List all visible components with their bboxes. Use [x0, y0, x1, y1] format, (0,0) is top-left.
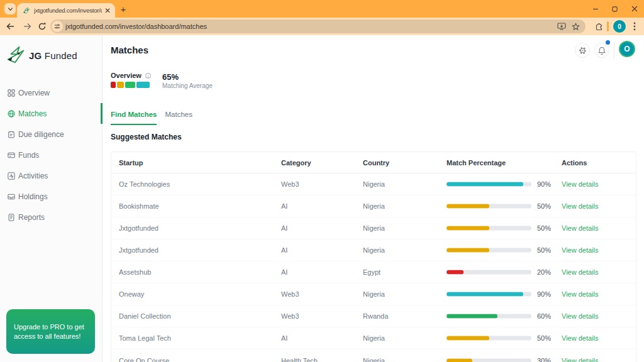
brand-bird-icon — [6, 45, 26, 65]
column-header-country: Country — [363, 159, 389, 167]
new-tab-button[interactable]: + — [118, 1, 128, 16]
header-separator — [614, 41, 614, 59]
cell-country: Nigeria — [363, 180, 385, 188]
view-details-link[interactable]: View details — [562, 357, 599, 362]
sidebar-item-label: Overview — [18, 89, 50, 97]
address-bar[interactable]: jxtgotfunded.com/investor/dashboard/matc… — [50, 19, 586, 33]
cell-startup: Toma Legal Tech — [119, 334, 171, 342]
sidebar-item-activities[interactable]: Activities — [0, 165, 102, 186]
tab-find-matches[interactable]: Find Matches — [111, 111, 157, 125]
match-bar-fill — [447, 314, 497, 319]
view-details-link[interactable]: View details — [562, 224, 599, 232]
cell-country: Rwanda — [363, 312, 388, 320]
upgrade-card[interactable]: Upgrade to PRO to get access to all feat… — [6, 309, 95, 354]
window-close-button[interactable] — [625, 0, 644, 18]
site-info-icon[interactable] — [52, 21, 63, 32]
menu-dots-icon[interactable] — [633, 22, 636, 31]
settings-button[interactable] — [575, 43, 590, 58]
page-title: Matches — [111, 45, 148, 55]
match-bar-fill — [447, 226, 489, 231]
report-icon — [8, 214, 15, 221]
user-avatar[interactable]: O — [619, 41, 635, 57]
matching-average-value: 65% — [162, 72, 179, 82]
brand-logo: JG Funded — [6, 45, 77, 65]
match-bar-track — [447, 182, 531, 187]
browser-toolbar: jxtgotfunded.com/investor/dashboard/matc… — [0, 18, 644, 35]
table-row: Oz TechnologiesWeb3Nigeria90%View detail… — [111, 173, 636, 195]
cell-category: Web3 — [281, 180, 299, 188]
matching-average-caption: Matching Average — [162, 82, 213, 89]
url-text[interactable]: jxtgotfunded.com/investor/dashboard/matc… — [65, 23, 557, 30]
cell-startup: Bookishmate — [119, 202, 159, 210]
cell-percent: 50% — [537, 202, 551, 210]
info-icon[interactable]: i — [145, 73, 151, 79]
overview-segment-0 — [111, 82, 116, 88]
sidebar-item-label: Holdings — [18, 192, 48, 201]
cell-startup: Oz Technologies — [119, 180, 170, 188]
cell-percent: 50% — [537, 246, 551, 254]
cell-startup: Jxtgotfunded — [119, 224, 158, 232]
tab-matches[interactable]: Matches — [165, 111, 192, 125]
match-bar-track — [447, 226, 531, 231]
cell-percent: 30% — [537, 357, 551, 362]
cell-country: Nigeria — [363, 202, 385, 210]
table-row: Daniel CollectionWeb3Rwanda60%View detai… — [111, 305, 636, 327]
table-row: OnewayWeb3Nigeria90%View details — [111, 283, 636, 305]
cell-percent: 60% — [537, 312, 551, 320]
send-to-device-icon[interactable] — [557, 23, 566, 30]
view-details-link[interactable]: View details — [562, 290, 599, 298]
reload-icon[interactable] — [38, 22, 47, 31]
browser-tab[interactable]: jxtgotfunded.com/investor/das ✕ — [17, 3, 115, 18]
sidebar-item-due-diligence[interactable]: Due diligence — [0, 124, 102, 145]
cell-country: Nigeria — [363, 290, 385, 298]
table-row: BookishmateAINigeria50%View details — [111, 195, 636, 217]
tab-title: jxtgotfunded.com/investor/das — [34, 7, 102, 14]
cell-startup: Core On Course — [119, 357, 169, 362]
match-bar-track — [447, 336, 531, 341]
view-details-link[interactable]: View details — [562, 334, 599, 342]
match-bar-fill — [447, 182, 523, 187]
table-row: JxtgotfundedAINigeria50%View details — [111, 239, 636, 261]
cell-category: Web3 — [281, 312, 299, 320]
cell-category: AI — [281, 224, 287, 232]
sidebar-item-label: Funds — [18, 151, 39, 160]
notifications-button[interactable] — [594, 43, 609, 58]
cell-category: AI — [281, 202, 287, 210]
table-row: JxtgotfundedAINigeria50%View details — [111, 217, 636, 239]
sidebar-item-matches[interactable]: Matches — [0, 103, 102, 124]
overview-label: Overview — [111, 72, 142, 79]
cell-category: AI — [281, 246, 287, 254]
back-icon[interactable] — [6, 22, 15, 31]
view-details-link[interactable]: View details — [562, 180, 599, 188]
sidebar-item-holdings[interactable]: Holdings — [0, 186, 102, 207]
extensions-icon[interactable] — [594, 22, 603, 31]
forward-icon[interactable] — [23, 22, 31, 31]
table-row: Toma Legal TechAINigeria50%View details — [111, 327, 636, 349]
column-header-match-percentage: Match Percentage — [447, 159, 506, 167]
match-bar-fill — [447, 204, 489, 209]
notification-dot — [606, 40, 610, 45]
activity-icon — [8, 172, 15, 180]
view-details-link[interactable]: View details — [562, 268, 599, 276]
cell-startup: Daniel Collection — [119, 312, 171, 320]
sidebar-item-overview[interactable]: Overview — [0, 82, 102, 103]
browser-profile-avatar[interactable]: 0 — [613, 20, 626, 33]
match-bar-track — [447, 314, 531, 319]
view-details-link[interactable]: View details — [562, 312, 599, 320]
minimize-button[interactable] — [586, 0, 605, 18]
view-details-link[interactable]: View details — [562, 246, 599, 254]
inbox-icon — [8, 193, 15, 200]
table-row: AssetshubAIEgypt20%View details — [111, 261, 636, 283]
cell-percent: 20% — [537, 268, 551, 276]
upgrade-text: Upgrade to PRO to get access to all feat… — [14, 322, 86, 341]
sidebar-item-reports[interactable]: Reports — [0, 207, 102, 228]
tab-close-icon[interactable]: ✕ — [104, 7, 111, 14]
site-favicon-icon — [23, 7, 30, 14]
tabs: Find MatchesMatches — [111, 111, 201, 125]
view-details-link[interactable]: View details — [562, 202, 599, 210]
tab-search-button[interactable] — [4, 3, 16, 14]
sidebar-item-funds[interactable]: Funds — [0, 145, 102, 165]
match-bar-fill — [447, 270, 464, 275]
bookmark-star-icon[interactable] — [572, 23, 580, 31]
maximize-button[interactable] — [605, 0, 625, 18]
